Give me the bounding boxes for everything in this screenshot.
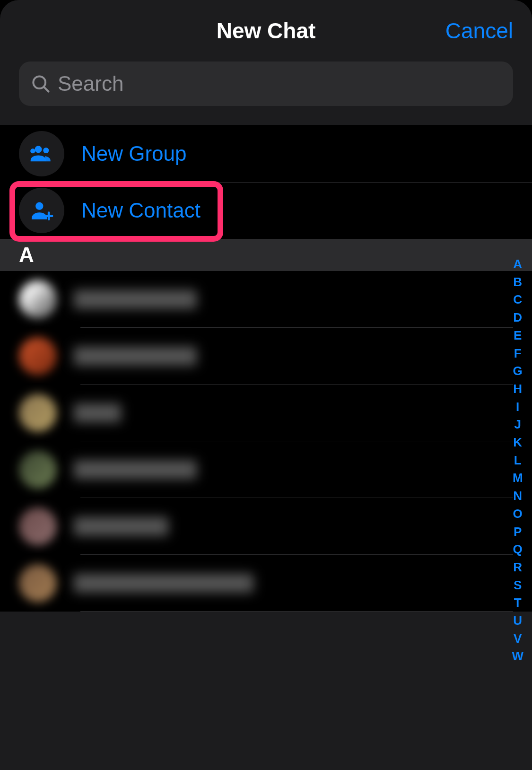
contact-row[interactable] [0, 271, 532, 328]
avatar [19, 337, 57, 375]
contact-row[interactable] [0, 385, 532, 441]
contact-row[interactable] [0, 498, 532, 555]
contact-name [74, 574, 253, 593]
group-icon [19, 131, 64, 176]
alpha-index-letter[interactable]: B [508, 273, 527, 291]
modal-header: New Chat Cancel [0, 0, 532, 61]
svg-line-1 [44, 87, 48, 91]
alpha-index-letter[interactable]: U [508, 612, 527, 630]
avatar [19, 394, 57, 432]
avatar [19, 451, 57, 489]
alpha-index[interactable]: ABCDEFGHIJKLMNOPQRSTUVW [507, 255, 528, 665]
alpha-index-letter[interactable]: Q [508, 541, 527, 559]
cancel-button[interactable]: Cancel [445, 18, 513, 44]
svg-point-4 [30, 149, 35, 153]
new-contact-button[interactable]: New Contact [0, 182, 532, 239]
avatar [19, 280, 57, 318]
alpha-index-letter[interactable]: I [511, 398, 524, 416]
avatar [19, 564, 57, 602]
alpha-index-letter[interactable]: P [509, 523, 526, 541]
search-bar[interactable] [19, 61, 513, 106]
contact-name [74, 347, 197, 366]
contact-name [74, 517, 168, 536]
alpha-index-letter[interactable]: K [508, 434, 527, 452]
section-header-a: A [0, 239, 532, 271]
new-group-button[interactable]: New Group [0, 125, 532, 182]
new-group-label: New Group [81, 142, 187, 166]
svg-point-3 [43, 148, 49, 153]
contact-row[interactable] [0, 328, 532, 385]
alpha-index-letter[interactable]: C [508, 291, 527, 309]
alpha-index-letter[interactable]: E [509, 327, 526, 345]
alpha-index-letter[interactable]: S [509, 577, 526, 595]
contact-row[interactable] [0, 555, 532, 612]
alpha-index-letter[interactable]: J [509, 416, 525, 434]
alpha-index-letter[interactable]: D [508, 309, 527, 327]
avatar [19, 508, 57, 545]
alpha-index-letter[interactable]: O [508, 505, 527, 523]
new-contact-label: New Contact [81, 199, 201, 222]
contact-name [74, 460, 197, 479]
alpha-index-letter[interactable]: W [507, 648, 528, 665]
contact-name [74, 403, 121, 422]
contact-name [74, 290, 197, 309]
svg-point-2 [35, 146, 42, 153]
contact-list [0, 271, 532, 612]
svg-point-5 [35, 202, 43, 210]
alpha-index-letter[interactable]: L [509, 452, 526, 470]
search-icon [30, 73, 51, 94]
alpha-index-letter[interactable]: H [508, 380, 527, 398]
alpha-index-letter[interactable]: A [508, 255, 527, 273]
page-title: New Chat [217, 18, 316, 44]
alpha-index-letter[interactable]: N [508, 487, 527, 505]
alpha-index-letter[interactable]: R [508, 559, 527, 577]
contact-row[interactable] [0, 441, 532, 498]
alpha-index-letter[interactable]: V [509, 630, 526, 648]
alpha-index-letter[interactable]: F [509, 345, 526, 363]
add-person-icon [19, 188, 64, 233]
search-input[interactable] [58, 72, 502, 96]
alpha-index-letter[interactable]: M [508, 469, 528, 487]
alpha-index-letter[interactable]: G [508, 362, 527, 380]
alpha-index-letter[interactable]: T [509, 594, 526, 612]
